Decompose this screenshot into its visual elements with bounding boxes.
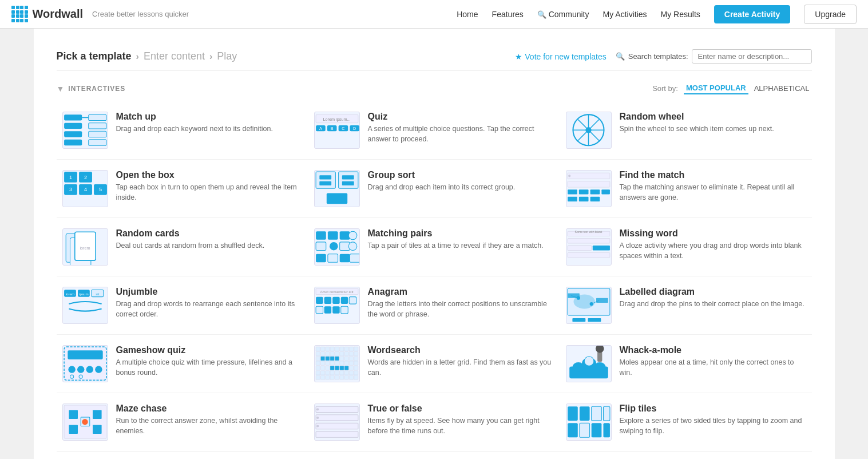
breadcrumb-step-1[interactable]: Pick a template [57, 50, 132, 62]
content-area: Pick a template › Enter content › Play ★… [34, 29, 835, 459]
template-item[interactable]: Amet consectetur elit Anagram Drag the l… [308, 276, 560, 335]
svg-rect-60 [316, 242, 326, 251]
svg-rect-166 [330, 375, 334, 379]
svg-text:5: 5 [98, 187, 101, 193]
svg-point-61 [330, 242, 338, 251]
template-item[interactable]: True or false Items fly by at speed. See… [308, 393, 560, 452]
template-thumbnail [314, 403, 360, 441]
tagline: Create better lessons quicker [92, 10, 457, 18]
template-thumbnail [314, 345, 360, 382]
template-info: Flip tiles Explore a series of two sided… [620, 403, 806, 436]
template-info: Find the match Tap the matching answer t… [620, 170, 806, 203]
svg-rect-160 [344, 371, 348, 375]
svg-rect-196 [603, 406, 609, 421]
svg-rect-38 [319, 181, 331, 185]
nav-community[interactable]: 🔍 Community [537, 10, 589, 19]
template-item[interactable]: lorem Random cards Deal out cards at ran… [57, 218, 308, 276]
nav-features[interactable]: Features [492, 10, 524, 19]
template-item[interactable]: lorem ipsum sit Unjumble Drag and drop w… [57, 276, 308, 335]
svg-rect-145 [316, 366, 320, 370]
template-thumbnail: 1 2 3 4 5 [62, 170, 108, 207]
svg-point-63 [348, 242, 357, 251]
template-name: Matching pairs [368, 228, 554, 239]
svg-rect-2 [64, 132, 82, 137]
header: Wordwall Create better lessons quicker H… [0, 0, 868, 29]
template-item[interactable]: Group sort Drag and drop each item into … [308, 160, 560, 218]
svg-text:1: 1 [69, 175, 72, 180]
svg-rect-35 [316, 172, 335, 188]
template-item[interactable]: Gameshow quiz A multiple choice quiz wit… [57, 335, 308, 393]
svg-rect-90 [340, 307, 347, 314]
breadcrumb-step-2: Enter content [144, 50, 205, 62]
svg-rect-44 [568, 181, 610, 187]
template-thumbnail [62, 403, 108, 441]
top-right: ★ Vote for new templates 🔍 Search templa… [515, 49, 811, 64]
svg-rect-58 [339, 231, 350, 240]
svg-rect-57 [327, 231, 338, 240]
svg-text:lorem: lorem [80, 246, 90, 251]
template-desc: A cloze activity where you drag and drop… [620, 241, 806, 261]
svg-rect-135 [354, 357, 358, 361]
template-item[interactable]: Matching pairs Tap a pair of tiles at a … [308, 218, 560, 276]
template-item[interactable]: Labelled diagram Drag and drop the pins … [560, 276, 812, 335]
svg-rect-67 [350, 254, 359, 263]
template-name: Gameshow quiz [116, 345, 303, 355]
svg-rect-130 [330, 357, 334, 361]
template-item[interactable]: Find the match Tap the matching answer t… [560, 160, 812, 218]
template-desc: Drag and drop each keyword next to its d… [116, 124, 303, 134]
svg-point-185 [82, 419, 88, 425]
svg-rect-168 [339, 375, 343, 379]
template-info: Missing word A cloze activity where you … [620, 228, 806, 261]
template-item[interactable]: Whack-a-mole Moles appear one at a time,… [560, 335, 812, 393]
vote-link[interactable]: ★ Vote for new templates [515, 52, 606, 61]
sort-alphabetical[interactable]: ALPHABETICAL [752, 83, 812, 94]
sort-most-popular[interactable]: MOST POPULAR [684, 82, 748, 94]
svg-rect-143 [349, 361, 353, 365]
svg-rect-86 [349, 297, 356, 304]
svg-rect-137 [320, 361, 324, 365]
svg-rect-184 [92, 425, 101, 434]
svg-rect-70 [568, 246, 592, 250]
section-title-text: INTERACTIVES [68, 85, 125, 93]
template-item[interactable]: Wordsearch Words are hidden in a letter … [308, 335, 560, 393]
template-info: Random wheel Spin the wheel to see which… [620, 112, 806, 134]
svg-point-108 [79, 375, 82, 378]
collapse-arrow-icon[interactable]: ▼ [57, 84, 65, 93]
svg-point-104 [77, 366, 84, 373]
template-item[interactable]: 1 2 3 4 5 Open the box Tap each box in t… [57, 160, 308, 218]
template-thumbnail [314, 170, 360, 207]
svg-rect-183 [92, 410, 101, 420]
template-name: Maze chase [116, 403, 303, 414]
template-info: Anagram Drag the letters into their corr… [368, 287, 554, 319]
template-thumbnail [62, 112, 108, 149]
logo[interactable]: Wordwall [11, 6, 83, 22]
template-item[interactable]: Random wheel Spin the wheel to see which… [560, 101, 812, 160]
template-item[interactable]: Maze chase Run to the correct answer zon… [57, 393, 308, 452]
template-item[interactable]: Match up Drag and drop each keyword next… [57, 101, 308, 160]
template-thumbnail [314, 228, 360, 266]
section-title: ▼ INTERACTIVES [57, 84, 126, 93]
create-activity-button[interactable]: Create Activity [714, 5, 791, 23]
svg-point-59 [348, 231, 357, 240]
svg-rect-121 [330, 352, 334, 356]
svg-rect-47 [590, 190, 600, 195]
nav-my-activities[interactable]: My Activities [603, 10, 647, 19]
svg-rect-167 [335, 375, 339, 379]
template-info: Quiz A series of multiple choice questio… [368, 112, 554, 144]
nav-home[interactable]: Home [457, 10, 478, 19]
svg-rect-102 [68, 351, 102, 360]
svg-rect-164 [320, 375, 324, 379]
svg-rect-87 [316, 307, 323, 314]
template-item[interactable]: Flip tiles Explore a series of two sided… [560, 393, 812, 452]
template-desc: A series of multiple choice questions. T… [368, 124, 554, 144]
template-desc: Drag and drop words to rearrange each se… [116, 299, 303, 319]
svg-text:Lorem ipsum...: Lorem ipsum... [323, 117, 350, 122]
upgrade-button[interactable]: Upgrade [804, 5, 857, 24]
template-name: Random wheel [620, 112, 806, 122]
search-input[interactable] [692, 49, 812, 64]
svg-rect-51 [590, 197, 600, 201]
nav-my-results[interactable]: My Results [661, 10, 700, 19]
template-item[interactable]: Lorem ipsum... A B C D Quiz A series of … [308, 101, 560, 160]
template-desc: Tap the matching answer to eliminate it.… [620, 183, 806, 203]
template-item[interactable]: Some text with blank Missing word A cloz… [560, 218, 812, 276]
